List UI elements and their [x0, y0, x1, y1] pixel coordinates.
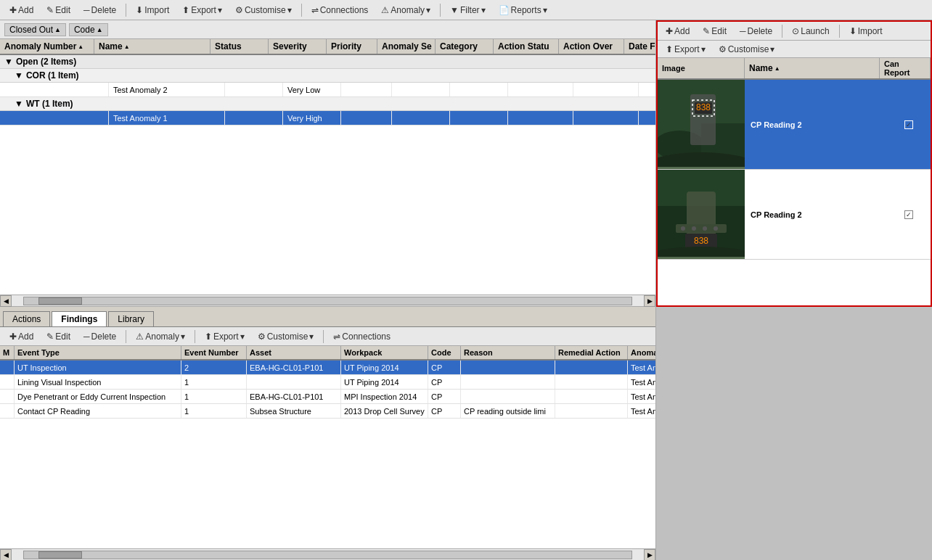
- col-anomaly-sort: ▲: [78, 44, 83, 50]
- col-status[interactable]: Status: [210, 39, 269, 54]
- code-label: Code: [74, 25, 95, 35]
- scroll-left-btn[interactable]: ◀: [0, 549, 12, 561]
- import-label: Import: [144, 5, 169, 15]
- filter-label: Filter: [460, 5, 480, 15]
- bottom-col-event-type[interactable]: Event Type: [15, 346, 181, 359]
- group-wt[interactable]: ▼ WT (1 Item): [0, 97, 655, 111]
- bottom-col-remedial[interactable]: Remedial Action: [555, 346, 628, 359]
- connections-button[interactable]: ⇌ Connections: [306, 3, 374, 17]
- closed-out-filter[interactable]: Closed Out ▲: [4, 23, 66, 36]
- image-list-item[interactable]: 838 CP Reading 2: [658, 80, 931, 170]
- add-label: Add: [18, 5, 33, 15]
- col-category[interactable]: Category: [436, 39, 494, 54]
- scrollbar-track[interactable]: [23, 551, 632, 559]
- customise-icon: ⚙: [719, 44, 727, 54]
- col-can-report[interactable]: Can Report: [880, 58, 931, 78]
- image-list: 838 CP Reading 2: [658, 80, 931, 305]
- findings-row[interactable]: UT Inspection 2 EBA-HG-CL01-P101 UT Pipi…: [0, 361, 655, 375]
- scroll-right-btn[interactable]: ▶: [644, 295, 655, 307]
- tab-actions[interactable]: Actions: [3, 311, 50, 326]
- bottom-add-button[interactable]: ✚ Add: [4, 329, 38, 344]
- bottom-col-reason[interactable]: Reason: [461, 346, 555, 359]
- bottom-delete-button[interactable]: ─ Delete: [78, 329, 121, 344]
- findings-row[interactable]: Dye Penetrant or Eddy Current Inspection…: [0, 390, 655, 404]
- col-action-status[interactable]: Action Statu: [494, 39, 559, 54]
- right-import-button[interactable]: ⬇ Import: [844, 24, 888, 38]
- tab-findings[interactable]: Findings: [52, 311, 107, 326]
- export-chevron: ▾: [240, 332, 245, 342]
- findings-row[interactable]: Contact CP Reading 1 Subsea Structure 20…: [0, 404, 655, 419]
- reports-button[interactable]: 📄 Reports ▾: [494, 3, 552, 17]
- customise-chevron: ▾: [770, 44, 774, 54]
- left-panel: Closed Out ▲ Code ▲ Anomaly Number ▲ Nam…: [0, 20, 656, 560]
- table-row[interactable]: Test Anomaly 1 Very High PM 323 UT Pipin…: [0, 111, 655, 125]
- edit-icon: ✎: [46, 332, 54, 342]
- import-button[interactable]: ⬇ Import: [131, 3, 174, 17]
- add-button[interactable]: ✚ Add: [4, 3, 38, 17]
- bottom-customise-button[interactable]: ⚙ Customise ▾: [253, 329, 319, 344]
- cell-priority: [341, 111, 392, 125]
- bottom-grid-scrollbar[interactable]: ◀ ▶: [0, 548, 655, 560]
- cell-event-number: 1: [181, 375, 247, 389]
- filter-chevron: ▾: [481, 5, 486, 15]
- group-cor-expander[interactable]: ▼: [15, 70, 23, 81]
- col-name[interactable]: Name ▲: [94, 39, 210, 54]
- filter-button[interactable]: ▼ Filter ▾: [445, 3, 491, 17]
- bottom-col-m[interactable]: M: [0, 346, 15, 359]
- sep2: [301, 4, 302, 17]
- col-action-over[interactable]: Action Over: [559, 39, 624, 54]
- bottom-anomaly-button[interactable]: ⚠ Anomaly ▾: [131, 329, 190, 344]
- cell-date-found: [639, 111, 655, 125]
- group-cor[interactable]: ▼ COR (1 Item): [0, 69, 655, 83]
- cell-code: CP: [428, 375, 461, 389]
- col-anomaly-se[interactable]: Anomaly Se: [377, 39, 436, 54]
- customise-button[interactable]: ⚙ Customise ▾: [230, 3, 297, 17]
- scrollbar-thumb[interactable]: [38, 551, 82, 559]
- findings-row[interactable]: Lining Visual Inspection 1 UT Piping 201…: [0, 375, 655, 390]
- group-open-expander[interactable]: ▼: [4, 57, 13, 67]
- bottom-col-event-number[interactable]: Event Number: [181, 346, 247, 359]
- bottom-col-anomaly[interactable]: Anomaly: [628, 346, 655, 359]
- top-grid-scrollbar[interactable]: ◀ ▶: [0, 295, 655, 306]
- right-delete-button[interactable]: ─ Delete: [735, 24, 777, 38]
- customise-label: Customise: [245, 5, 286, 15]
- anomaly-button[interactable]: ⚠ Anomaly ▾: [376, 3, 436, 17]
- scroll-right-btn[interactable]: ▶: [644, 549, 655, 561]
- group-wt-expander[interactable]: ▼: [15, 99, 23, 109]
- right-add-button[interactable]: ✚ Add: [661, 24, 695, 38]
- bottom-export-button[interactable]: ⬆ Export ▾: [200, 329, 250, 344]
- edit-button[interactable]: ✎ Edit: [41, 3, 75, 17]
- bottom-col-asset[interactable]: Asset: [247, 346, 341, 359]
- table-row[interactable]: Test Anomaly 2 Very Low PM 329 Not assoc…: [0, 83, 655, 97]
- anomaly-icon: ⚠: [381, 5, 389, 15]
- col-anomaly-number[interactable]: Anomaly Number ▲: [0, 39, 94, 54]
- scroll-left-btn[interactable]: ◀: [0, 295, 12, 307]
- scrollbar-track[interactable]: [23, 297, 632, 305]
- code-filter[interactable]: Code ▲: [69, 23, 108, 36]
- bottom-edit-button[interactable]: ✎ Edit: [41, 329, 75, 344]
- col-severity[interactable]: Severity: [269, 39, 327, 54]
- bottom-connections-button[interactable]: ⇌ Connections: [328, 329, 396, 344]
- col-date-found[interactable]: Date Found: [624, 39, 656, 54]
- bottom-col-workpack[interactable]: Workpack: [341, 346, 428, 359]
- group-open[interactable]: ▼ Open (2 Items): [0, 55, 655, 69]
- scrollbar-thumb[interactable]: [38, 297, 82, 305]
- bottom-col-code[interactable]: Code: [428, 346, 461, 359]
- col-priority[interactable]: Priority: [327, 39, 377, 54]
- can-report-checkbox: [904, 210, 913, 219]
- col-name[interactable]: Name ▲: [745, 58, 880, 78]
- edit-icon: ✎: [703, 26, 710, 36]
- sep: [839, 25, 840, 38]
- right-launch-button[interactable]: ⊙ Launch: [787, 24, 834, 38]
- delete-button[interactable]: ─ Delete: [78, 3, 121, 17]
- main-area: Closed Out ▲ Code ▲ Anomaly Number ▲ Nam…: [0, 20, 932, 560]
- sep1: [126, 4, 126, 17]
- right-customise-button[interactable]: ⚙ Customise ▾: [714, 42, 780, 57]
- tab-library[interactable]: Library: [108, 311, 154, 326]
- export-button[interactable]: ⬆ Export ▾: [177, 3, 227, 17]
- cell-anomaly: Test Anomaly 1: [628, 375, 655, 389]
- right-export-button[interactable]: ⬆ Export ▾: [661, 42, 711, 57]
- image-list-item[interactable]: 838 CP Reading 2: [658, 170, 931, 260]
- col-image[interactable]: Image: [658, 58, 745, 78]
- right-edit-button[interactable]: ✎ Edit: [698, 24, 732, 38]
